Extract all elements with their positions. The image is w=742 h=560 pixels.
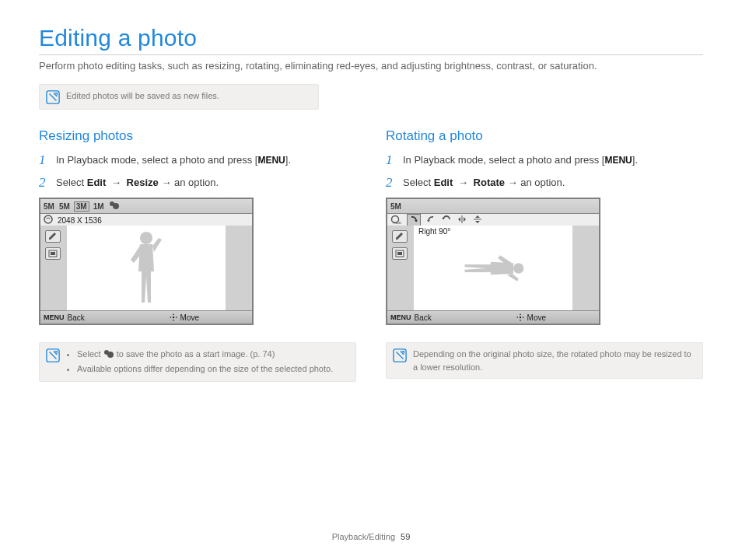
step-number: 2 [386,176,397,191]
rotate-left-90-icon [426,215,436,226]
cam-footer: MENU Back Move [387,310,599,324]
start-image-icon [103,349,114,359]
svg-rect-5 [51,252,55,255]
svg-rect-14 [397,252,402,255]
move-label: Move [527,313,546,322]
title-rule [39,54,703,55]
right-step-2: 2 Select Edit → Rotate → an option. [386,176,703,191]
footer-page-number: 59 [397,532,410,541]
frame-icon [45,247,61,260]
left-step-1: 1 In Playback mode, select a photo and p… [39,153,356,168]
size-text: 2048 X 1536 [58,216,102,225]
rotate-180-icon [442,215,451,226]
page: Editing a photo Perform photo editing ta… [0,0,742,560]
note-icon [46,348,60,362]
heading-resizing: Resizing photos [39,128,356,144]
top-note: Edited photos will be saved as new files… [39,84,319,110]
note-icon [393,348,407,362]
right-note: Depending on the original photo size, th… [386,342,703,379]
mask-right [572,226,599,311]
size-icon [44,215,53,226]
svg-point-6 [140,232,152,244]
person-silhouette-rotated [459,249,527,288]
res-option: 5M [59,202,70,211]
svg-point-7 [172,317,173,318]
svg-point-15 [513,264,523,274]
left-step-2: 2 Select Edit → Resize → an option. [39,176,356,191]
camera-screen-resize: 5M 5M 3M 1M 2048 X 1536 [39,198,254,325]
cam-body [40,226,252,311]
rotate-right-90-icon [408,215,420,226]
columns: Resizing photos 1 In Playback mode, sele… [39,128,703,382]
cam-body: Right 90° [387,226,599,311]
pencil-icon [392,230,408,243]
step-text: In Playback mode, select a photo and pre… [56,153,291,167]
menu-glyph: MENU [44,313,65,321]
rotate-off-icon: OFF [390,215,401,226]
res-option: 5M [44,202,54,211]
frame-icon [392,247,408,260]
note-icon [46,90,60,104]
step-text: Select Edit → Rotate → an option. [403,176,565,190]
heading-rotating: Rotating a photo [386,128,703,144]
svg-point-2 [113,203,119,209]
res-option-selected: 3M [75,202,89,211]
step-number: 1 [39,153,50,168]
page-footer: Playback/Editing 59 [0,532,742,541]
start-image-icon [109,201,120,212]
move-icon [516,313,524,321]
col-left: Resizing photos 1 In Playback mode, sele… [39,128,356,382]
svg-point-10 [107,352,114,358]
footer-section: Playback/Editing [332,532,395,541]
menu-button-label: MENU [604,155,632,166]
step-text: In Playback mode, select a photo and pre… [403,153,638,167]
step-number: 2 [39,176,50,191]
back-label: Back [68,313,85,322]
left-note-li2: Available options differ depending on th… [77,362,348,376]
cam-left-icons [392,230,408,260]
res-readout: 5M [390,202,401,211]
top-note-text: Edited photos will be saved as new files… [66,89,310,103]
menu-button-label: MENU [257,155,285,166]
step-number: 1 [386,153,397,168]
move-icon [170,313,177,321]
left-note-li1: Select to save the photo as a start imag… [77,348,348,361]
svg-point-16 [519,317,520,318]
flip-vertical-icon [473,215,482,226]
rotate-label: Right 90° [418,227,450,236]
right-step-1: 1 In Playback mode, select a photo and p… [386,153,703,168]
resize-resolution-bar: 5M 5M 3M 1M [40,199,252,214]
svg-text:OFF: OFF [394,221,401,224]
flip-horizontal-icon [457,215,467,226]
pencil-icon [45,230,61,243]
menu-glyph: MENU [390,313,411,321]
camera-screen-rotate: 5M OFF Right 90° [386,198,600,325]
step-text: Select Edit → Resize → an option. [56,176,219,190]
cam-footer: MENU Back Move [40,310,252,324]
col-right: Rotating a photo 1 In Playback mode, sel… [386,128,703,382]
right-note-text: Depending on the original photo size, th… [413,348,695,373]
left-note-body: Select to save the photo as a start imag… [66,348,348,376]
back-label: Back [415,313,432,322]
rotate-topbar: 5M [387,199,599,214]
page-title: Editing a photo [39,25,703,51]
left-note: Select to save the photo as a start imag… [39,342,356,382]
cam-left-icons [45,230,61,260]
person-silhouette [123,229,170,308]
svg-point-3 [44,215,52,223]
intro-text: Perform photo editing tasks, such as res… [39,60,703,72]
move-label: Move [180,313,199,322]
mask-right [226,226,252,311]
res-option: 1M [93,202,104,211]
